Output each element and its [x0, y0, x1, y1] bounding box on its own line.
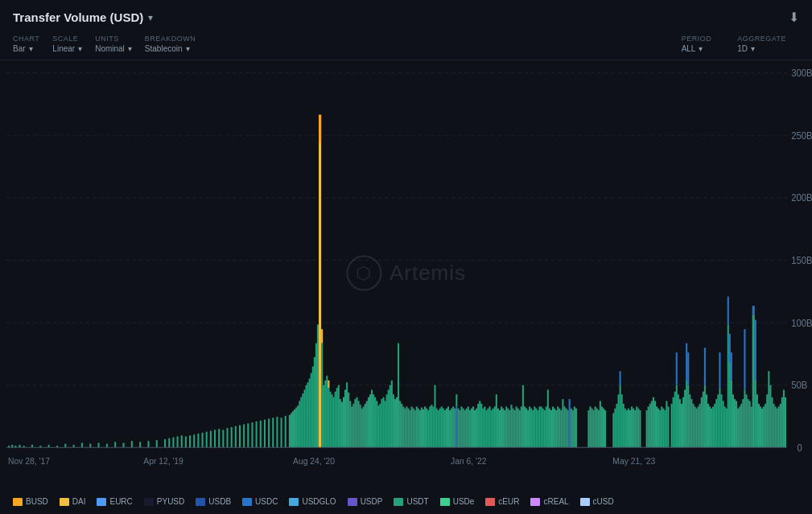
svg-rect-344: [745, 394, 747, 447]
svg-rect-72: [292, 411, 294, 447]
svg-rect-311: [701, 397, 703, 448]
svg-rect-177: [460, 406, 462, 447]
svg-rect-226: [542, 409, 544, 448]
svg-rect-94: [326, 376, 328, 447]
svg-rect-232: [552, 406, 554, 447]
svg-rect-193: [488, 409, 489, 448]
svg-rect-331: [729, 362, 731, 448]
aggregate-select[interactable]: 1D ▾: [737, 44, 786, 53]
title-area: Transfer Volume (USD) ▾: [13, 10, 153, 24]
svg-rect-244: [572, 410, 574, 447]
legend-item[interactable]: cEUR: [485, 497, 519, 506]
svg-rect-263: [620, 371, 621, 384]
svg-rect-307: [694, 406, 695, 447]
svg-rect-89: [319, 115, 321, 143]
svg-rect-32: [98, 443, 100, 448]
svg-rect-161: [436, 409, 438, 448]
svg-rect-155: [426, 409, 427, 448]
svg-rect-200: [499, 410, 501, 447]
legend-label: PYUSD: [157, 497, 184, 506]
units-select[interactable]: Nominal ▾: [95, 44, 132, 53]
legend-item[interactable]: PYUSD: [144, 497, 184, 506]
period-select[interactable]: ALL ▾: [682, 44, 712, 53]
legend-item[interactable]: USDB: [196, 497, 231, 506]
svg-rect-128: [381, 399, 382, 447]
svg-rect-93: [324, 380, 326, 447]
svg-rect-163: [439, 409, 441, 448]
svg-rect-140: [401, 404, 402, 447]
svg-rect-291: [673, 397, 674, 448]
chart-title: Transfer Volume (USD): [13, 10, 143, 24]
svg-rect-350: [755, 380, 756, 447]
breakdown-select[interactable]: Stablecoin ▾: [145, 44, 196, 53]
legend-item[interactable]: USDT: [394, 497, 428, 506]
svg-rect-41: [168, 438, 170, 448]
svg-rect-238: [562, 399, 563, 447]
chart-select[interactable]: Bar ▾: [13, 44, 39, 53]
svg-rect-134: [391, 380, 393, 447]
svg-rect-228: [546, 406, 547, 447]
svg-rect-320: [714, 404, 715, 447]
period-value: ALL: [682, 44, 696, 53]
svg-text:Nov 28, '17: Nov 28, '17: [8, 456, 50, 467]
svg-rect-168: [447, 406, 449, 447]
legend-item[interactable]: cUSD: [580, 497, 614, 506]
svg-rect-286: [662, 409, 664, 448]
download-icon[interactable]: ⬇: [789, 10, 799, 25]
legend-item[interactable]: BUSD: [13, 497, 48, 506]
legend-item[interactable]: DAI: [60, 497, 86, 506]
svg-text:Apr 12, '19: Apr 12, '19: [143, 456, 183, 467]
svg-rect-107: [346, 382, 348, 447]
svg-rect-210: [516, 406, 517, 447]
legend-item[interactable]: USDP: [348, 497, 383, 506]
right-controls: PERIOD ALL ▾ AGGREGATE 1D ▾: [682, 35, 799, 53]
svg-rect-202: [502, 409, 504, 448]
svg-rect-293: [676, 385, 678, 448]
chart-label: CHART: [13, 35, 39, 43]
svg-rect-214: [522, 385, 524, 448]
svg-rect-240: [566, 409, 567, 448]
svg-rect-151: [419, 410, 421, 447]
svg-rect-164: [441, 406, 443, 447]
svg-rect-132: [388, 390, 390, 448]
svg-rect-266: [624, 409, 626, 448]
svg-rect-329: [728, 324, 729, 447]
legend-color-swatch: [440, 498, 450, 506]
scale-label: SCALE: [52, 35, 82, 43]
svg-rect-343: [744, 329, 745, 389]
svg-rect-112: [354, 399, 356, 447]
svg-text:300B: 300B: [791, 68, 812, 80]
legend-item[interactable]: EURC: [97, 497, 132, 506]
legend-item[interactable]: USDe: [440, 497, 475, 506]
legend-color-swatch: [196, 498, 205, 506]
svg-rect-281: [654, 401, 656, 447]
svg-rect-275: [639, 410, 641, 447]
svg-rect-274: [637, 409, 639, 448]
legend-color-swatch: [530, 498, 540, 506]
svg-text:250B: 250B: [791, 130, 812, 142]
svg-rect-180: [466, 409, 468, 448]
svg-rect-349: [752, 306, 755, 315]
svg-rect-257: [604, 410, 606, 447]
svg-rect-326: [723, 401, 724, 447]
svg-rect-40: [164, 439, 166, 447]
legend-label: USDC: [255, 497, 278, 506]
svg-rect-300: [686, 380, 687, 447]
title-chevron-icon[interactable]: ▾: [148, 12, 153, 23]
svg-rect-44: [181, 435, 183, 447]
svg-rect-327: [724, 406, 726, 447]
legend-item[interactable]: USDGLO: [289, 497, 336, 506]
svg-rect-96: [328, 380, 329, 388]
scale-select[interactable]: Linear ▾: [52, 44, 82, 53]
svg-rect-171: [452, 406, 454, 447]
legend-item[interactable]: cREAL: [530, 497, 568, 506]
svg-rect-249: [591, 409, 592, 448]
svg-rect-144: [407, 409, 409, 448]
svg-rect-285: [661, 406, 662, 447]
svg-rect-339: [739, 406, 740, 447]
svg-rect-315: [706, 394, 707, 447]
svg-rect-216: [526, 409, 527, 448]
svg-rect-166: [444, 410, 446, 447]
legend-color-swatch: [394, 498, 403, 506]
legend-item[interactable]: USDC: [242, 497, 278, 506]
